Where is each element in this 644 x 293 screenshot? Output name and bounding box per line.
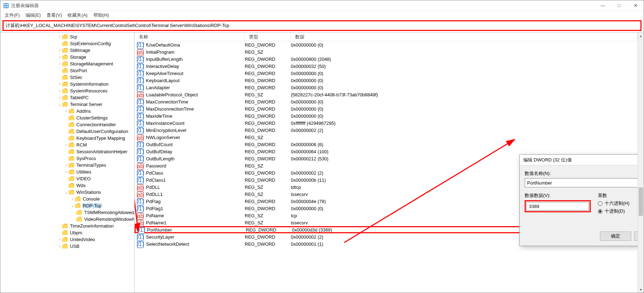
tree-item[interactable]: DefaultUserConfiguration bbox=[0, 128, 134, 135]
tree-item[interactable]: TSMMRemotingAllowedApp bbox=[0, 209, 134, 216]
tree-view[interactable]: ›SrpSrpExtensionConfig›StillImage›Storag… bbox=[0, 33, 135, 293]
value-row[interactable]: abLoadableProtocol_ObjectREG_SZ{5828227c… bbox=[135, 91, 638, 98]
tree-item[interactable]: ›Srp bbox=[0, 33, 134, 40]
menu-view[interactable]: 查看(V) bbox=[44, 11, 64, 19]
col-data[interactable]: 数据 bbox=[291, 33, 638, 41]
scroll-thumb[interactable] bbox=[639, 187, 643, 216]
value-row[interactable]: 011InteractiveDelayREG_DWORD0x00000032 (… bbox=[135, 63, 638, 70]
tree-item[interactable]: TimeZoneInformation bbox=[0, 223, 134, 229]
value-type: REG_DWORD bbox=[245, 113, 291, 119]
cancel-button[interactable]: 取消 bbox=[634, 231, 638, 241]
maximize-button[interactable]: □ bbox=[611, 0, 627, 11]
tree-item[interactable]: ›TerminalTypes bbox=[0, 162, 134, 169]
ok-button[interactable]: 确定 bbox=[600, 231, 631, 241]
chevron-right-icon[interactable]: › bbox=[57, 62, 62, 66]
value-row[interactable]: 011OutBufCountREG_DWORD0x00000006 (6) bbox=[135, 141, 638, 148]
chevron-down-icon[interactable]: ⌄ bbox=[64, 190, 69, 194]
value-row[interactable]: 011KeepAliveTimeoutREG_DWORD0x00000000 (… bbox=[135, 70, 638, 77]
tree-item[interactable]: ›StillImage bbox=[0, 47, 134, 54]
tree-item[interactable]: ›Storage bbox=[0, 54, 134, 60]
tree-item[interactable]: ›AddIns bbox=[0, 108, 134, 114]
value-row[interactable]: 011MinEncryptionLevelREG_DWORD0x00000002… bbox=[135, 127, 638, 134]
value-row[interactable]: 011OutBufDelayREG_DWORD0x00000064 (100) bbox=[135, 148, 638, 155]
menu-edit[interactable]: 编辑(E) bbox=[23, 11, 43, 19]
address-bar[interactable]: 计算机\HKEY_LOCAL_MACHINE\SYSTEM\CurrentCon… bbox=[2, 20, 642, 31]
tree-item[interactable]: ›RCM bbox=[0, 142, 134, 148]
chevron-down-icon[interactable]: ⌄ bbox=[70, 204, 75, 208]
svg-rect-26 bbox=[69, 177, 74, 181]
value-row[interactable]: 011MaxIdleTimeREG_DWORD0x00000000 (0) bbox=[135, 112, 638, 119]
chevron-right-icon[interactable]: › bbox=[57, 48, 62, 52]
chevron-right-icon[interactable]: › bbox=[57, 82, 62, 86]
value-name: KeyboardLayout bbox=[146, 78, 245, 83]
tree-item[interactable]: StSec bbox=[0, 74, 134, 81]
value-row[interactable]: 011fUseDefaultGinaREG_DWORD0x00000000 (0… bbox=[135, 41, 638, 48]
tree-item[interactable]: VIDEO bbox=[0, 175, 134, 182]
tree-item[interactable]: ›Utilities bbox=[0, 169, 134, 175]
scroll-down-icon[interactable]: ▼ bbox=[638, 287, 644, 293]
chevron-right-icon[interactable]: › bbox=[57, 35, 62, 39]
svg-rect-24 bbox=[69, 164, 74, 167]
value-data-input[interactable] bbox=[526, 202, 589, 211]
value-row[interactable]: 011LanAdapterREG_DWORD0x00000000 (0) bbox=[135, 84, 638, 91]
chevron-right-icon[interactable]: › bbox=[64, 170, 69, 174]
col-type[interactable]: 类型 bbox=[245, 33, 291, 41]
chevron-right-icon[interactable]: › bbox=[57, 244, 62, 248]
svg-rect-21 bbox=[69, 143, 74, 147]
tree-item[interactable]: ›TabletPC bbox=[0, 94, 134, 101]
chevron-right-icon[interactable]: › bbox=[64, 163, 69, 167]
tree-item[interactable]: ›UnitedVideo bbox=[0, 236, 134, 243]
tree-item[interactable]: Ubpm bbox=[0, 229, 134, 236]
close-button[interactable]: ✕ bbox=[627, 0, 644, 11]
list-header: 名称 类型 数据 bbox=[135, 33, 638, 41]
tree-item[interactable]: ConnectionHandler bbox=[0, 121, 134, 128]
value-row[interactable]: abInitialProgramREG_SZ bbox=[135, 48, 638, 55]
tree-item[interactable]: ›USB bbox=[0, 243, 134, 250]
value-row[interactable]: 011MaxInstanceCountREG_DWORD0xffffffff (… bbox=[135, 119, 638, 127]
tree-item[interactable]: ›SystemResources bbox=[0, 87, 134, 94]
menu-favorites[interactable]: 收藏夹(A) bbox=[65, 11, 90, 19]
tree-item[interactable]: ›StorageManagement bbox=[0, 60, 134, 67]
minimize-button[interactable]: — bbox=[595, 0, 611, 11]
tree-item[interactable]: ClusterSettings bbox=[0, 114, 134, 121]
menu-help[interactable]: 帮助(H) bbox=[91, 11, 111, 19]
chevron-down-icon[interactable]: ⌄ bbox=[57, 102, 62, 106]
binary-value-icon: 011 bbox=[137, 56, 144, 62]
value-row[interactable]: 011MaxDisconnectionTimeREG_DWORD0x000000… bbox=[135, 105, 638, 112]
value-row[interactable]: 011KeyboardLayoutREG_DWORD0x00000000 (0) bbox=[135, 77, 638, 84]
chevron-right-icon[interactable]: › bbox=[57, 96, 62, 100]
radio-hex[interactable]: 十六进制(H) bbox=[598, 200, 638, 207]
chevron-right-icon[interactable]: › bbox=[57, 55, 62, 59]
tree-item[interactable]: ⌄RDP-Tcp bbox=[0, 202, 134, 209]
value-type: REG_DWORD bbox=[245, 199, 291, 204]
scroll-up-icon[interactable]: ▲ bbox=[638, 33, 644, 39]
edit-dword-dialog: 编辑 DWORD (32 位)值 ✕ 数值名称(N): 数值数据(V): bbox=[519, 154, 638, 246]
value-row[interactable]: 011InputBufferLengthREG_DWORD0x00000800 … bbox=[135, 55, 638, 63]
scroll-track[interactable] bbox=[638, 39, 644, 287]
chevron-right-icon[interactable]: › bbox=[57, 89, 62, 93]
value-row[interactable]: abNWLogonServerREG_SZ bbox=[135, 134, 638, 141]
tree-item[interactable]: ›SystemInformation bbox=[0, 81, 134, 87]
value-data: 0x00000000 (0) bbox=[291, 99, 638, 105]
col-name[interactable]: 名称 bbox=[135, 33, 245, 41]
chevron-right-icon[interactable]: › bbox=[64, 143, 69, 147]
tree-item[interactable]: ⌄Terminal Server bbox=[0, 101, 134, 108]
chevron-right-icon[interactable]: › bbox=[70, 197, 75, 201]
chevron-right-icon[interactable]: › bbox=[64, 109, 69, 113]
vertical-scrollbar[interactable]: ▲ ▼ bbox=[638, 33, 644, 293]
menu-file[interactable]: 文件(F) bbox=[2, 11, 22, 19]
tree-item[interactable]: SessionArbitrationHelper bbox=[0, 148, 134, 155]
tree-item[interactable]: Wds bbox=[0, 182, 134, 189]
tree-item[interactable]: KeyboardType Mapping bbox=[0, 135, 134, 142]
tree-item[interactable]: SrpExtensionConfig bbox=[0, 40, 134, 47]
value-name-input[interactable] bbox=[525, 178, 638, 187]
tree-item[interactable]: VideoRemotingWindowNam bbox=[0, 216, 134, 223]
tree-item[interactable]: ⌄WinStations bbox=[0, 189, 134, 196]
value-row[interactable]: 011MaxConnectionTimeREG_DWORD0x00000000 … bbox=[135, 98, 638, 105]
tree-item[interactable]: StorPort bbox=[0, 67, 134, 74]
radio-dec[interactable]: 十进制(D) bbox=[598, 208, 638, 214]
tree-item[interactable]: ›Console bbox=[0, 196, 134, 202]
tree-item[interactable]: SysProcs bbox=[0, 155, 134, 162]
chevron-right-icon[interactable]: › bbox=[57, 238, 62, 241]
value-type: REG_SZ bbox=[245, 192, 291, 197]
